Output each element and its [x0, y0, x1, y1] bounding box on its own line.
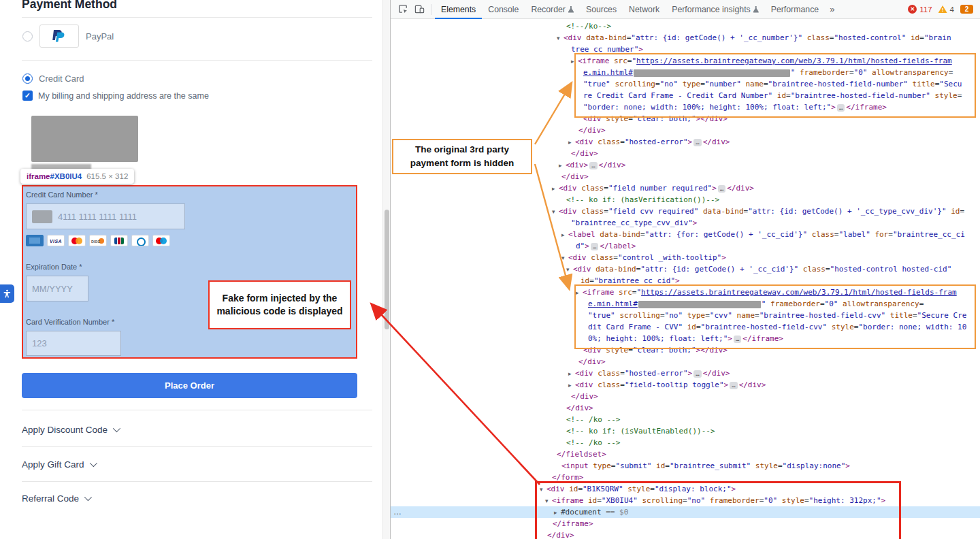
collapse-arrow-icon[interactable] [545, 495, 552, 507]
dom-node-line[interactable]: <input type="submit" id="braintree_submi… [391, 460, 980, 472]
expand-inline-button[interactable]: … [718, 185, 725, 193]
collapse-arrow-icon[interactable] [552, 206, 559, 218]
scrollbar-thumb[interactable] [385, 210, 389, 329]
dom-node-line[interactable]: </fieldset> [391, 448, 980, 460]
link-label: Referral Code [22, 493, 79, 504]
expand-arrow-icon[interactable] [571, 56, 578, 67]
page-scrollbar[interactable] [382, 0, 390, 539]
tab-network[interactable]: Network [623, 0, 666, 19]
card-type-icon-redacted [32, 210, 52, 223]
dom-node-line[interactable]: <div class="field cvv required" data-bin… [391, 206, 980, 217]
inspect-element-icon[interactable] [395, 1, 411, 18]
dom-node-line[interactable]: dit Card Frame - CVV" id="braintree-host… [391, 321, 980, 333]
tab-performance-insights[interactable]: Performance insights [666, 0, 765, 19]
dom-node-line[interactable]: </div> [391, 529, 980, 539]
dom-node-line[interactable]: <div id="B1K5QRW" style="display: block;… [391, 483, 980, 495]
device-toolbar-icon[interactable] [411, 1, 427, 18]
tab-label: Performance [771, 5, 819, 14]
dom-node-line[interactable]: re Credit Card Frame - Credit Card Numbe… [391, 90, 980, 101]
dom-node-line[interactable]: <iframe src="https://assets.braintreegat… [391, 55, 980, 67]
collapse-arrow-icon[interactable] [561, 252, 568, 264]
divider [22, 60, 372, 61]
amex-card-icon [26, 235, 44, 246]
expand-arrow-icon[interactable] [568, 380, 575, 391]
credit-card-form-highlighted: Credit Card Number * 4111 1111 1111 1111… [22, 185, 357, 359]
dom-node-line[interactable]: </div> [391, 402, 980, 414]
selected-node-menu[interactable]: … [393, 506, 402, 518]
dom-node-line[interactable]: "true" scrolling="no" type="cvv" name="b… [391, 310, 980, 321]
expand-inline-button[interactable]: … [837, 104, 845, 112]
expand-arrow-icon[interactable] [568, 368, 575, 380]
tab-console[interactable]: Console [482, 0, 525, 19]
dom-node-line[interactable]: <div class="field number required">…</di… [391, 182, 980, 194]
dom-node-line[interactable]: <div class="hosted-error">…</div> [391, 368, 980, 379]
errors-badge[interactable]: ✕ 117 [908, 5, 932, 14]
expand-inline-button[interactable]: … [734, 336, 741, 343]
referral-code-toggle[interactable]: Referral Code [22, 489, 90, 507]
expand-arrow-icon[interactable] [554, 507, 561, 519]
dom-node-selected[interactable]: #document == $0 [391, 506, 980, 518]
dom-node-line[interactable]: </iframe> [391, 518, 980, 529]
tab-recorder[interactable]: Recorder [525, 0, 580, 19]
dom-node-line[interactable]: <div class="control _with-tooltip"> [391, 252, 980, 263]
dom-node-line[interactable]: <div style="clear: both;"></div> [391, 113, 980, 125]
dom-node-line[interactable]: <!--/ko--> [391, 20, 980, 32]
link-label: Apply Discount Code [22, 425, 108, 435]
dom-node-line[interactable]: <div class="field-tooltip toggle">…</div… [391, 379, 980, 391]
credit-card-radio[interactable] [22, 74, 33, 84]
collapse-arrow-icon[interactable] [566, 264, 573, 276]
chevron-down-icon [89, 459, 97, 467]
card-number-input[interactable]: 4111 1111 1111 1111 [26, 203, 185, 229]
dom-node-line[interactable]: d">…</label> [391, 240, 980, 252]
dom-node-line[interactable]: </div> [391, 356, 980, 368]
dom-node-line[interactable]: "border: none; width: 100%; height: 100%… [391, 101, 980, 113]
dom-node-line[interactable]: "braintree_cc_type_cvv_div"> [391, 217, 980, 229]
issues-badge[interactable]: 2 [960, 5, 973, 14]
expand-arrow-icon[interactable] [576, 287, 583, 299]
dom-node-line[interactable]: <label data-bind="attr: {for: getCode() … [391, 229, 980, 240]
dom-node-line[interactable]: e.min.html#" frameborder="0" allowtransp… [391, 298, 980, 310]
apply-gift-card-toggle[interactable]: Apply Gift Card [22, 455, 95, 473]
expiration-input[interactable]: MM/YYYY [26, 276, 88, 301]
tab-sources[interactable]: Sources [580, 0, 623, 19]
expand-arrow-icon[interactable] [568, 137, 575, 148]
warnings-badge[interactable]: ! 4 [938, 5, 954, 14]
expand-inline-button[interactable]: … [730, 382, 737, 389]
dom-node-line[interactable]: 0%; height: 100%; float: left;">…</ifram… [391, 333, 980, 344]
dom-node-line[interactable]: e.min.html#" frameborder="0" allowtransp… [391, 67, 980, 78]
apply-discount-code-toggle[interactable]: Apply Discount Code [22, 421, 118, 438]
expand-arrow-icon[interactable] [561, 229, 568, 241]
dom-node-line[interactable]: <!-- ko if: (isVaultEnabled())--> [391, 425, 980, 437]
collapse-arrow-icon[interactable] [557, 33, 564, 44]
more-panels-button[interactable]: » [825, 4, 839, 14]
dom-node-line[interactable]: "true" scrolling="no" type="number" name… [391, 78, 980, 90]
dom-node-line[interactable]: id="braintree_cc_cid"> [391, 275, 980, 287]
place-order-button[interactable]: Place Order [22, 373, 357, 398]
cvv-input[interactable]: 123 [26, 331, 121, 356]
dom-node-line[interactable]: <!-- ko if: (hasVerification())--> [391, 194, 980, 206]
expand-inline-button[interactable]: … [693, 370, 701, 378]
dom-node-line[interactable]: <!-- /ko --> [391, 437, 980, 448]
dom-node-line[interactable]: <!-- /ko --> [391, 414, 980, 425]
expand-inline-button[interactable]: … [589, 162, 597, 169]
expand-arrow-icon[interactable] [559, 160, 566, 172]
dom-node-line[interactable]: <div data-bind="attr: {id: getCode() + '… [391, 32, 980, 44]
tab-performance[interactable]: Performance [765, 0, 825, 19]
dom-node-line[interactable]: </form> [391, 472, 980, 483]
expand-inline-button[interactable]: … [591, 243, 598, 250]
dom-node-line[interactable]: <iframe src="https://assets.braintreegat… [391, 287, 980, 298]
accessibility-widget-button[interactable] [0, 284, 14, 303]
dom-node-line[interactable]: <div data-bind="attr: {id: getCode() + '… [391, 263, 980, 275]
paypal-radio[interactable] [22, 31, 33, 42]
dom-node-line[interactable]: </div> [391, 391, 980, 402]
expand-arrow-icon[interactable] [552, 183, 559, 195]
expand-inline-button[interactable]: … [693, 139, 701, 146]
tooltip-dimensions: 615.5 × 312 [86, 172, 128, 180]
dom-node-line[interactable]: </div> [391, 125, 980, 136]
collapse-arrow-icon[interactable] [540, 484, 546, 495]
dom-node-line[interactable]: <div style="clear: both;"></div> [391, 344, 980, 356]
billing-same-checkbox[interactable] [22, 91, 33, 101]
tab-elements[interactable]: Elements [435, 0, 482, 19]
dom-node-line[interactable]: <iframe id="XB0IU4" scrolling="no" frame… [391, 495, 980, 506]
dom-node-line[interactable]: tree_cc_number"> [391, 44, 980, 55]
